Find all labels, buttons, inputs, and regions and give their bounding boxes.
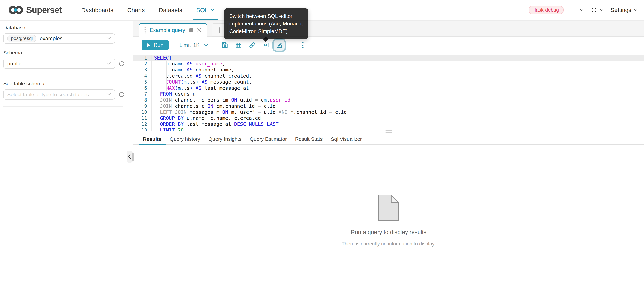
- code-line[interactable]: 2 u.name AS user_name,: [133, 61, 644, 67]
- drag-handle-icon[interactable]: [144, 26, 146, 34]
- nav-datasets[interactable]: Datasets: [152, 0, 189, 20]
- line-number: 11: [133, 115, 152, 121]
- plus-icon: [571, 7, 577, 13]
- empty-state: Run a query to display results There is …: [133, 145, 644, 247]
- line-number: 2: [133, 61, 152, 67]
- chevron-down-icon: [106, 93, 111, 96]
- line-number: 1: [133, 55, 152, 61]
- plus-icon: [217, 27, 223, 33]
- save-icon: [222, 42, 228, 48]
- code-text: GROUP BY u.name, c.name, c.created: [152, 115, 644, 121]
- caret-down-icon: [580, 9, 584, 11]
- save-query-button[interactable]: [218, 39, 232, 52]
- code-text: ORDER BY last_message_at DESC NULLS LAST: [152, 121, 644, 127]
- table-select[interactable]: Select table or type to search tables: [3, 89, 115, 100]
- tab-results[interactable]: Results: [139, 133, 166, 144]
- editor-toolbar: Run Limit 1K: [133, 36, 644, 54]
- caret-down-icon: [203, 43, 208, 47]
- code-line[interactable]: 5 COUNT(m.ts) AS message_count,: [133, 79, 644, 85]
- theme-sun-icon: [590, 6, 598, 13]
- render-table-button[interactable]: [232, 39, 245, 52]
- settings-menu[interactable]: Settings: [610, 7, 638, 13]
- refresh-tables-icon[interactable]: [119, 92, 124, 97]
- results-tabbar: Results Query history Query Insights Que…: [133, 133, 644, 145]
- line-number: 8: [133, 97, 152, 103]
- tab-sql-visualizer[interactable]: Sql Visualizer: [327, 133, 366, 144]
- code-line[interactable]: 12 ORDER BY last_message_at DESC NULLS L…: [133, 121, 644, 127]
- scrollbar-thumb[interactable]: [132, 153, 134, 161]
- code-text: c.name AS channel_name,: [152, 67, 644, 73]
- editor-resize-divider: [133, 131, 644, 133]
- sql-lab-sidebar: Database postgresql examples Schema publ…: [0, 20, 133, 290]
- code-text: LEFT JOIN messages m ON m."user" = u.id …: [152, 109, 644, 115]
- schema-label: Schema: [3, 50, 133, 56]
- tab-example-query[interactable]: Example query: [139, 23, 207, 36]
- code-text: COUNT(m.ts) AS message_count,: [152, 79, 644, 85]
- code-line[interactable]: 10 LEFT JOIN messages m ON m."user" = u.…: [133, 109, 644, 115]
- schema-value: public: [7, 60, 103, 67]
- brand-name: Superset: [26, 5, 62, 15]
- results-pane: Run a query to display results There is …: [133, 145, 644, 290]
- line-number: 5: [133, 79, 152, 85]
- caret-down-icon: [210, 8, 215, 11]
- code-text: u.name AS user_name,: [152, 61, 644, 67]
- resize-handle[interactable]: [386, 130, 392, 133]
- nav-charts[interactable]: Charts: [120, 0, 152, 20]
- indent-guide: [166, 61, 167, 91]
- new-item-menu[interactable]: [571, 7, 584, 13]
- toolbar-divider: [291, 40, 291, 50]
- chevron-left-icon: [128, 154, 131, 159]
- code-text: MAX(m.ts) AS last_message_at: [152, 85, 644, 91]
- code-text: FROM users u: [152, 91, 644, 97]
- caret-down-icon: [600, 9, 604, 11]
- line-number: 12: [133, 121, 152, 127]
- editor-tabstrip: Example query: [133, 20, 644, 36]
- switch-editor-button[interactable]: [272, 38, 286, 52]
- code-line[interactable]: 3 c.name AS channel_name,: [133, 67, 644, 73]
- nav-sql[interactable]: SQL: [189, 0, 222, 20]
- refresh-schemas-icon[interactable]: [119, 61, 124, 67]
- code-line[interactable]: 1SELECT: [133, 55, 644, 61]
- schema-select[interactable]: public: [3, 58, 115, 69]
- environment-tag: flask-debug: [528, 6, 564, 14]
- kebab-menu-button[interactable]: [296, 39, 310, 52]
- sql-editor[interactable]: 1SELECT2 u.name AS user_name,3 c.name AS…: [133, 54, 644, 131]
- code-line[interactable]: 9 JOIN channels c ON cm.channel_id = c.i…: [133, 103, 644, 109]
- code-line[interactable]: 11 GROUP BY u.name, c.name, c.created: [133, 115, 644, 121]
- table-icon: [235, 42, 242, 48]
- code-line[interactable]: 6 MAX(m.ts) AS last_message_at: [133, 85, 644, 91]
- tab-query-estimator[interactable]: Query Estimator: [246, 133, 291, 144]
- kebab-menu-icon: [302, 42, 304, 48]
- tab-query-history[interactable]: Query history: [166, 133, 204, 144]
- line-number: 6: [133, 85, 152, 91]
- main-menu: Dashboards Charts Datasets SQL: [74, 0, 222, 20]
- caret-down-icon: [634, 9, 638, 11]
- nav-dashboards[interactable]: Dashboards: [74, 0, 120, 20]
- line-number: 4: [133, 73, 152, 79]
- tab-query-insights[interactable]: Query Insights: [204, 133, 246, 144]
- code-text: SELECT: [152, 55, 644, 61]
- empty-note: There is currently no information to dis…: [133, 241, 644, 247]
- database-select[interactable]: postgresql examples: [3, 33, 115, 44]
- collapse-sidebar-button[interactable]: [126, 151, 133, 163]
- close-tab-icon[interactable]: [197, 28, 202, 32]
- code-line[interactable]: 8 JOIN channel_members cm ON u.id = cm.u…: [133, 97, 644, 103]
- code-line[interactable]: 7 FROM users u: [133, 91, 644, 97]
- edit-editor-icon: [276, 42, 283, 48]
- run-query-button[interactable]: Run: [142, 40, 169, 50]
- superset-logo[interactable]: Superset: [8, 0, 62, 20]
- code-text: JOIN channels c ON cm.channel_id = c.id: [152, 103, 644, 109]
- limit-dropdown[interactable]: Limit 1K: [180, 42, 208, 48]
- theme-menu[interactable]: [590, 6, 604, 13]
- link-icon: [248, 41, 256, 49]
- code-text: c.created AS channel_created,: [152, 73, 644, 79]
- code-line[interactable]: 4 c.created AS channel_created,: [133, 73, 644, 79]
- tab-result-stats[interactable]: Result Stats: [291, 133, 327, 144]
- database-type-badge: postgresql: [7, 35, 36, 42]
- toolbar-divider: [213, 40, 213, 50]
- expand-width-icon: [262, 42, 269, 48]
- copy-link-button[interactable]: [245, 39, 259, 52]
- superset-logo-icon: [8, 5, 24, 15]
- line-number: 13: [133, 127, 152, 131]
- code-text: JOIN channel_members cm ON u.id = cm.use…: [152, 97, 644, 103]
